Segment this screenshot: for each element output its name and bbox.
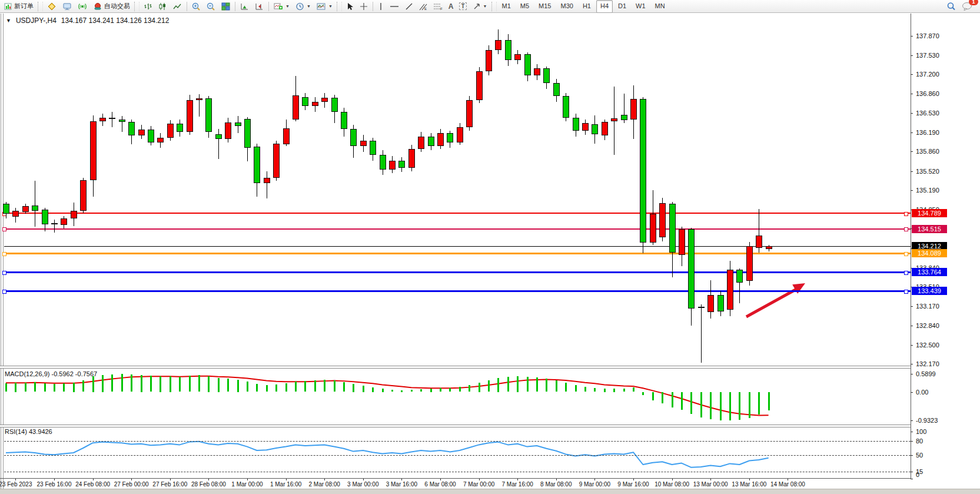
horizontal-line-tool[interactable] — [387, 0, 402, 13]
crosshair-button[interactable] — [357, 0, 371, 13]
bar-chart-mode-button[interactable] — [141, 0, 155, 13]
line-handle[interactable] — [904, 252, 908, 256]
line-handle[interactable] — [904, 212, 908, 216]
timeframe-m15[interactable]: M15 — [534, 0, 555, 13]
line-chart-mode-button[interactable] — [170, 0, 185, 13]
candlestick-bar — [148, 130, 154, 142]
time-tick-mark — [672, 479, 673, 480]
market-watch-button[interactable] — [44, 0, 59, 13]
horizontal-line-134.515[interactable] — [4, 228, 911, 230]
notifications-button[interactable]: 1 — [959, 0, 975, 13]
text-tool[interactable]: A — [446, 0, 457, 13]
horizontal-line-133.439[interactable] — [4, 290, 911, 292]
macd-histogram-bar — [720, 392, 722, 420]
toolbar-grip — [134, 2, 139, 11]
template-button[interactable]: ▼ — [314, 0, 335, 13]
timeframe-m1[interactable]: M1 — [498, 0, 515, 13]
bar-chart-icon — [144, 2, 152, 11]
timeframe-w1[interactable]: W1 — [632, 0, 650, 13]
macd-histogram-bar — [63, 383, 65, 392]
horizontal-line-133.764[interactable] — [4, 271, 911, 273]
candlestick-bar — [640, 99, 646, 243]
tile-windows-button[interactable] — [218, 0, 233, 13]
time-tick-mark — [710, 479, 711, 480]
line-handle[interactable] — [2, 227, 6, 231]
line-handle[interactable] — [2, 290, 6, 294]
timeframe-mn[interactable]: MN — [651, 0, 669, 13]
periods-button[interactable]: ▼ — [293, 0, 314, 13]
line-handle[interactable] — [2, 271, 6, 275]
text-label-tool[interactable]: T — [456, 0, 469, 13]
trend-arrow-shaft[interactable] — [746, 289, 798, 317]
time-axis-label: 3 Mar 16:00 — [386, 481, 417, 488]
macd-histogram-bar — [353, 384, 354, 392]
horizontal-line-134.789[interactable] — [4, 213, 911, 214]
candlestick-bar — [321, 98, 328, 102]
zoom-in-button[interactable] — [189, 0, 204, 13]
candlestick-bar — [109, 118, 115, 120]
terminal-button[interactable] — [59, 0, 75, 13]
macd-histogram-bar — [546, 379, 547, 392]
search-button[interactable] — [944, 0, 959, 13]
candlestick-bar — [264, 178, 270, 183]
price-tick-mark — [911, 306, 913, 307]
macd-histogram-bar — [266, 385, 268, 392]
macd-histogram-bar — [334, 380, 335, 392]
chart-shift-button[interactable] — [237, 0, 252, 13]
timeframe-h4[interactable]: H4 — [596, 0, 613, 13]
zoom-out-button[interactable] — [204, 0, 218, 13]
cursor-button[interactable] — [343, 0, 357, 13]
price-tick-mark — [911, 132, 913, 133]
macd-histogram-bar — [768, 392, 770, 410]
timeframe-m30[interactable]: M30 — [557, 0, 577, 13]
timeframe-h1[interactable]: H1 — [579, 0, 595, 13]
time-axis-label: 24 Feb 08:00 — [75, 481, 110, 488]
toolbar-separator — [373, 2, 373, 11]
dropdown-caret-icon: ▼ — [307, 4, 311, 8]
price-tick-label: 135.190 — [916, 187, 939, 194]
time-axis-label: 28 Feb 08:00 — [191, 481, 226, 488]
shapes-tool[interactable]: ▼ — [470, 0, 490, 13]
signal-button[interactable] — [75, 0, 90, 13]
channel-tool[interactable]: E — [416, 0, 430, 13]
fibonacci-tool[interactable]: F — [430, 0, 446, 13]
macd-histogram-bar — [459, 387, 461, 392]
horizontal-line-134.089[interactable] — [4, 253, 911, 254]
vertical-line-tool[interactable] — [375, 0, 387, 13]
chart-autoscroll-button[interactable] — [252, 0, 267, 13]
new-order-button[interactable]: 新订单 — [1, 0, 36, 13]
candlestick-bar — [128, 122, 135, 135]
line-handle[interactable] — [904, 271, 908, 275]
candlestick-bar — [592, 124, 598, 134]
price-tick-mark — [911, 36, 913, 37]
timeframe-m5[interactable]: M5 — [516, 0, 533, 13]
candlestick-bar — [602, 122, 608, 135]
candlestick-bar — [187, 100, 193, 132]
add-indicator-button[interactable]: ▼ — [271, 0, 293, 13]
candlestick-bar — [370, 141, 376, 155]
time-tick-mark — [633, 479, 634, 480]
macd-histogram-bar — [391, 390, 393, 392]
rsi-tick-mark — [911, 441, 913, 442]
trend-arrow-head[interactable] — [792, 283, 805, 294]
macd-histogram-bar — [275, 384, 277, 392]
price-tick-label: 132.840 — [916, 322, 939, 329]
price-tick-label: 136.530 — [916, 110, 939, 117]
rsi-level-80 — [4, 441, 911, 442]
candlestick-mode-button[interactable] — [155, 0, 170, 13]
line-handle[interactable] — [904, 227, 908, 231]
candlestick-bar — [273, 144, 280, 178]
auto-trading-button[interactable]: 自动交易 — [90, 0, 133, 13]
timeframe-d1[interactable]: D1 — [614, 0, 630, 13]
time-tick-mark — [556, 479, 557, 480]
dropdown-caret-icon: ▼ — [328, 4, 333, 8]
candle-wick — [267, 171, 267, 199]
macd-histogram-bar — [150, 376, 152, 392]
line-handle[interactable] — [904, 290, 908, 294]
candlestick-bar — [524, 54, 531, 75]
trendline-tool[interactable] — [402, 0, 416, 13]
candlestick-bar — [447, 133, 453, 142]
horizontal-line-134.212[interactable] — [4, 246, 911, 247]
candlestick-bar — [630, 99, 637, 120]
line-handle[interactable] — [2, 252, 6, 256]
